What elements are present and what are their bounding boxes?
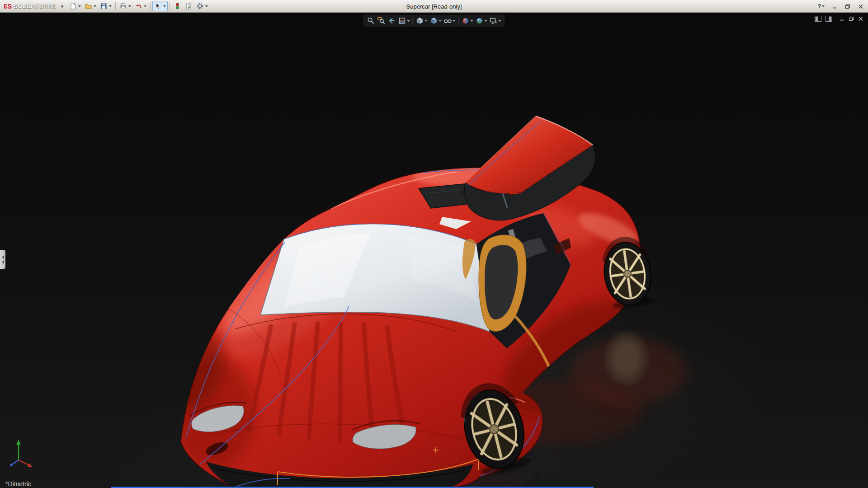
title-menu-bar: 3S SOLIDWORKS (0, 0, 868, 13)
minimize-button[interactable] (828, 2, 840, 11)
close-icon (858, 4, 863, 9)
pane-split-left-icon (815, 16, 821, 22)
section-view-icon (398, 17, 406, 25)
headsup-view-toolbar (363, 15, 505, 27)
edit-appearance-dropdown-arrow[interactable] (471, 20, 473, 22)
featuremanager-collapsed-tab[interactable] (0, 250, 5, 269)
undo-icon (135, 2, 142, 10)
hide-show-items-button[interactable] (443, 16, 457, 26)
pane-split-left-button[interactable] (815, 16, 821, 22)
save-dropdown-arrow[interactable] (109, 5, 112, 7)
minimize-icon (832, 4, 837, 9)
document-window-controls (815, 16, 863, 22)
ds-logo-icon: 3S (4, 3, 12, 9)
undo-button[interactable] (133, 1, 148, 11)
edit-appearance-button[interactable] (461, 16, 474, 26)
standard-toolbar (67, 1, 210, 11)
document-restore-button[interactable] (849, 16, 854, 21)
3d-scene[interactable] (0, 13, 868, 488)
select-dropdown-arrow[interactable] (163, 5, 166, 7)
new-document-button[interactable] (67, 1, 83, 11)
display-style-button[interactable] (429, 16, 443, 26)
new-document-icon (69, 2, 77, 10)
window-controls: ? (815, 0, 867, 13)
restore-icon (845, 4, 850, 9)
pane-split-right-button[interactable] (826, 16, 832, 22)
save-floppy-icon (100, 2, 108, 10)
brand-text-solid: SOLID (14, 3, 33, 9)
previous-view-icon (388, 17, 396, 25)
reference-triad[interactable] (6, 436, 36, 471)
select-button[interactable] (152, 1, 168, 11)
options-gear-icon (196, 2, 204, 10)
apply-scene-button[interactable] (475, 16, 488, 26)
document-minimize-button[interactable] (839, 16, 844, 21)
window-title: Supercar [Read-only] (406, 3, 462, 9)
toolbar-separator (115, 2, 116, 10)
triad-y-axis[interactable] (16, 440, 21, 445)
previous-view-button[interactable] (387, 16, 397, 26)
view-orientation-cube-icon (416, 17, 424, 25)
new-dropdown-arrow[interactable] (78, 5, 81, 7)
view-settings-dropdown-arrow[interactable] (499, 20, 501, 22)
view-settings-button[interactable] (489, 16, 502, 26)
print-icon (119, 2, 127, 10)
document-minimize-icon (839, 16, 844, 21)
view-orientation-dropdown-arrow[interactable] (425, 20, 428, 22)
view-settings-icon (490, 17, 498, 25)
file-properties-icon (185, 2, 193, 10)
restore-button[interactable] (841, 2, 854, 11)
hide-show-glasses-icon (444, 17, 452, 25)
options-dropdown-arrow[interactable] (205, 5, 208, 7)
brand-text-works: WORKS (33, 3, 56, 9)
pane-split-right-icon (826, 16, 832, 22)
open-folder-icon (85, 2, 92, 10)
toolbar-separator (150, 2, 151, 10)
zoom-to-fit-icon (367, 17, 375, 25)
zoom-to-area-button[interactable] (377, 16, 387, 26)
triad-z-axis[interactable] (10, 464, 13, 466)
section-view-dropdown-arrow[interactable] (407, 20, 410, 22)
display-style-icon (430, 17, 438, 25)
section-view-button[interactable] (397, 16, 411, 26)
undo-dropdown-arrow[interactable] (144, 5, 146, 7)
apply-scene-icon (476, 17, 484, 25)
zoom-to-area-icon (377, 17, 386, 25)
menu-expand-arrow[interactable] (61, 5, 64, 8)
solidworks-logo: 3S SOLIDWORKS (0, 3, 61, 9)
rebuild-button[interactable] (172, 1, 183, 11)
toolbar-separator (170, 2, 170, 10)
hide-show-dropdown-arrow[interactable] (453, 20, 456, 22)
options-button[interactable] (194, 1, 210, 11)
rebuild-icon (174, 2, 181, 10)
wheel-hub (623, 270, 632, 278)
zoom-to-fit-button[interactable] (366, 16, 376, 26)
graphics-viewport[interactable]: *Dimetric (0, 13, 868, 488)
display-style-dropdown-arrow[interactable] (439, 20, 442, 22)
apply-scene-dropdown-arrow[interactable] (485, 20, 487, 22)
help-button[interactable]: ? (815, 2, 827, 11)
open-dropdown-arrow[interactable] (94, 5, 96, 7)
document-close-icon (858, 16, 863, 21)
file-properties-button[interactable] (183, 1, 194, 11)
open-button[interactable] (83, 1, 98, 11)
expand-panel-left-icon (2, 255, 4, 259)
help-dropdown-arrow[interactable] (822, 5, 825, 7)
headsup-separator (458, 17, 459, 25)
close-button[interactable] (854, 2, 867, 11)
document-restore-icon (849, 16, 854, 21)
save-button[interactable] (98, 1, 113, 11)
headsup-separator (413, 17, 413, 25)
expand-panel-left-icon (2, 260, 4, 264)
edit-appearance-sphere-icon (462, 17, 470, 25)
select-cursor-icon (154, 2, 162, 10)
print-dropdown-arrow[interactable] (128, 5, 131, 7)
view-orientation-button[interactable] (415, 16, 429, 26)
view-orientation-label: *Dimetric (5, 480, 31, 488)
print-button[interactable] (118, 1, 133, 11)
document-close-button[interactable] (858, 16, 863, 21)
